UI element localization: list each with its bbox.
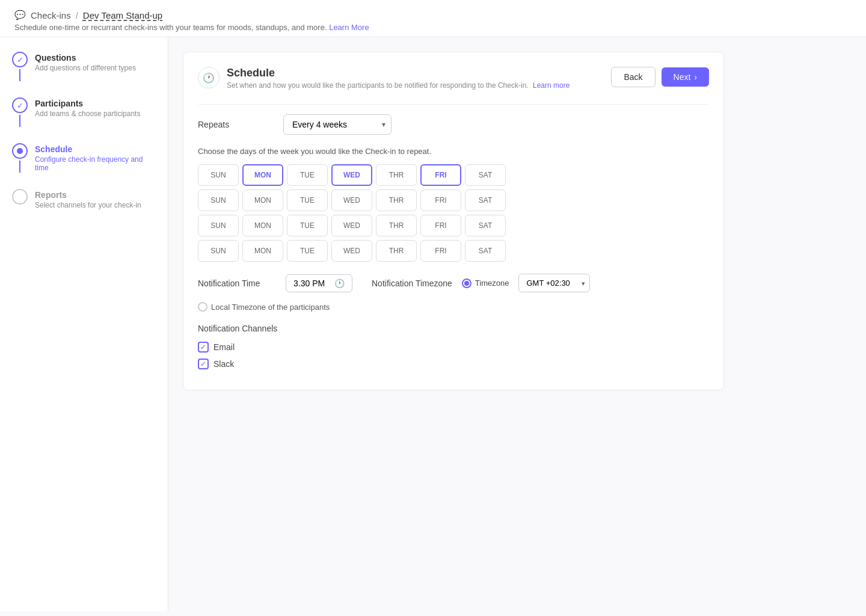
repeats-row: Repeats Every week Every 2 weeks Every 4… bbox=[198, 114, 709, 135]
timezone-radio-label[interactable]: Timezone bbox=[462, 279, 509, 288]
weeks-container: SUNMONTUEWEDTHRFRISATSUNMONTUEWEDTHRFRIS… bbox=[198, 164, 709, 262]
step-reports-desc: Select channels for your check-in bbox=[35, 201, 141, 209]
day-btn-week2-wed[interactable]: WED bbox=[331, 189, 372, 211]
schedule-card: 🕐 Schedule Set when and how you would li… bbox=[183, 52, 724, 390]
day-btn-week1-tue[interactable]: TUE bbox=[287, 164, 328, 186]
breadcrumb-separator: / bbox=[76, 10, 78, 20]
day-btn-week3-mon[interactable]: MON bbox=[242, 215, 283, 236]
step-questions-desc: Add questions of different types bbox=[35, 64, 136, 72]
step-questions-title: Questions bbox=[35, 53, 136, 63]
repeats-label: Repeats bbox=[198, 120, 276, 129]
step-schedule-title: Schedule bbox=[35, 144, 156, 154]
day-btn-week4-mon[interactable]: MON bbox=[242, 240, 283, 262]
step-schedule-icon bbox=[12, 143, 28, 159]
step-participants-title: Participants bbox=[35, 99, 140, 108]
day-btn-week4-tue[interactable]: TUE bbox=[287, 240, 328, 262]
email-channel-option[interactable]: ✓ Email bbox=[198, 342, 709, 353]
timezone-radio-text: Timezone bbox=[475, 279, 509, 288]
day-btn-week1-sat[interactable]: SAT bbox=[465, 164, 506, 186]
step-questions-icon: ✓ bbox=[12, 52, 28, 67]
day-btn-week4-sun[interactable]: SUN bbox=[198, 240, 239, 262]
card-subtitle: Set when and how you would like the part… bbox=[227, 81, 570, 90]
day-btn-week4-sat[interactable]: SAT bbox=[465, 240, 506, 262]
next-chevron-icon: › bbox=[694, 72, 697, 82]
step-line-3 bbox=[19, 161, 20, 173]
day-btn-week2-sun[interactable]: SUN bbox=[198, 189, 239, 211]
notification-timezone-label: Notification Timezone bbox=[372, 279, 452, 288]
timezone-select[interactable]: GMT +02:30 GMT +00:00 GMT +05:30 bbox=[518, 274, 590, 292]
day-btn-week4-thr[interactable]: THR bbox=[376, 240, 417, 262]
card-header: 🕐 Schedule Set when and how you would li… bbox=[198, 67, 709, 90]
step-reports: Reports Select channels for your check-i… bbox=[12, 189, 156, 209]
repeats-select-wrapper: Every week Every 2 weeks Every 4 weeks M… bbox=[283, 114, 392, 135]
email-channel-label: Email bbox=[213, 342, 235, 352]
step-line-1 bbox=[19, 69, 20, 81]
local-timezone-text: Local Timezone of the participants bbox=[211, 303, 330, 312]
day-btn-week4-fri[interactable]: FRI bbox=[420, 240, 461, 262]
day-btn-week3-fri[interactable]: FRI bbox=[420, 215, 461, 236]
slack-channel-label: Slack bbox=[213, 359, 234, 369]
header-divider bbox=[198, 104, 709, 105]
breadcrumb-current: Dev Team Stand-up bbox=[83, 10, 162, 20]
timezone-radio-button[interactable] bbox=[462, 279, 471, 288]
notification-channels-title: Notification Channels bbox=[198, 324, 709, 333]
day-btn-week2-tue[interactable]: TUE bbox=[287, 189, 328, 211]
day-btn-week2-thr[interactable]: THR bbox=[376, 189, 417, 211]
slack-channel-option[interactable]: ✓ Slack bbox=[198, 359, 709, 369]
main-layout: ✓ Questions Add questions of different t… bbox=[0, 37, 866, 611]
learn-more-link[interactable]: Learn More bbox=[329, 23, 369, 32]
day-btn-week3-sat[interactable]: SAT bbox=[465, 215, 506, 236]
notification-row: Notification Time 🕐 Notification Timezon… bbox=[198, 274, 709, 312]
time-input[interactable] bbox=[293, 279, 330, 288]
sidebar: ✓ Questions Add questions of different t… bbox=[0, 37, 168, 611]
checkins-icon: 💬 bbox=[14, 10, 26, 20]
schedule-card-icon: 🕐 bbox=[198, 67, 220, 88]
day-btn-week2-mon[interactable]: MON bbox=[242, 189, 283, 211]
notification-channels-section: Notification Channels ✓ Email ✓ Slack bbox=[198, 324, 709, 369]
day-btn-week1-sun[interactable]: SUN bbox=[198, 164, 239, 186]
step-reports-title: Reports bbox=[35, 190, 141, 200]
day-btn-week3-wed[interactable]: WED bbox=[331, 215, 372, 236]
slack-checkbox-icon[interactable]: ✓ bbox=[198, 359, 209, 369]
breadcrumb-parent[interactable]: Check-ins bbox=[31, 10, 71, 20]
local-timezone-radio-label[interactable]: Local Timezone of the participants bbox=[198, 302, 330, 312]
days-description: Choose the days of the week you would li… bbox=[198, 147, 709, 156]
back-button[interactable]: Back bbox=[611, 67, 655, 87]
breadcrumb: 💬 Check-ins / Dev Team Stand-up bbox=[14, 10, 852, 20]
day-btn-week1-thr[interactable]: THR bbox=[376, 164, 417, 186]
timezone-select-wrapper: GMT +02:30 GMT +00:00 GMT +05:30 ▾ bbox=[518, 274, 590, 292]
day-btn-week1-mon[interactable]: MON bbox=[242, 164, 283, 186]
day-btn-week4-wed[interactable]: WED bbox=[331, 240, 372, 262]
step-reports-icon bbox=[12, 189, 28, 205]
step-participants-desc: Add teams & choose participants bbox=[35, 109, 140, 118]
day-btn-week3-tue[interactable]: TUE bbox=[287, 215, 328, 236]
week-row-3: SUNMONTUEWEDTHRFRISAT bbox=[198, 215, 709, 236]
local-timezone-radio-button[interactable] bbox=[198, 302, 207, 312]
step-line-2 bbox=[19, 115, 20, 127]
step-participants: ✓ Participants Add teams & choose partic… bbox=[12, 97, 156, 129]
repeats-select[interactable]: Every week Every 2 weeks Every 4 weeks M… bbox=[283, 114, 392, 135]
day-btn-week1-fri[interactable]: FRI bbox=[420, 164, 461, 186]
page-subtitle: Schedule one-time or recurrant check-ins… bbox=[14, 23, 852, 32]
email-checkbox-icon[interactable]: ✓ bbox=[198, 342, 209, 353]
card-learn-more-link[interactable]: Learn more bbox=[533, 81, 570, 90]
page-header: 💬 Check-ins / Dev Team Stand-up Schedule… bbox=[0, 0, 866, 37]
time-input-wrapper: 🕐 bbox=[286, 274, 352, 292]
week-row-4: SUNMONTUEWEDTHRFRISAT bbox=[198, 240, 709, 262]
next-button[interactable]: Next › bbox=[662, 67, 709, 87]
day-btn-week3-thr[interactable]: THR bbox=[376, 215, 417, 236]
step-participants-icon: ✓ bbox=[12, 97, 28, 113]
day-btn-week3-sun[interactable]: SUN bbox=[198, 215, 239, 236]
card-title: Schedule bbox=[227, 67, 570, 79]
notification-time-label: Notification Time bbox=[198, 279, 276, 288]
step-schedule: Schedule Configure check-in frequency an… bbox=[12, 143, 156, 174]
day-btn-week2-fri[interactable]: FRI bbox=[420, 189, 461, 211]
day-btn-week2-sat[interactable]: SAT bbox=[465, 189, 506, 211]
step-questions: ✓ Questions Add questions of different t… bbox=[12, 52, 156, 83]
clock-icon: 🕐 bbox=[334, 279, 345, 288]
main-content: 🕐 Schedule Set when and how you would li… bbox=[168, 37, 866, 611]
day-btn-week1-wed[interactable]: WED bbox=[331, 164, 372, 186]
step-schedule-desc: Configure check-in frequency and time bbox=[35, 155, 156, 172]
week-row-2: SUNMONTUEWEDTHRFRISAT bbox=[198, 189, 709, 211]
week-row-1: SUNMONTUEWEDTHRFRISAT bbox=[198, 164, 709, 186]
